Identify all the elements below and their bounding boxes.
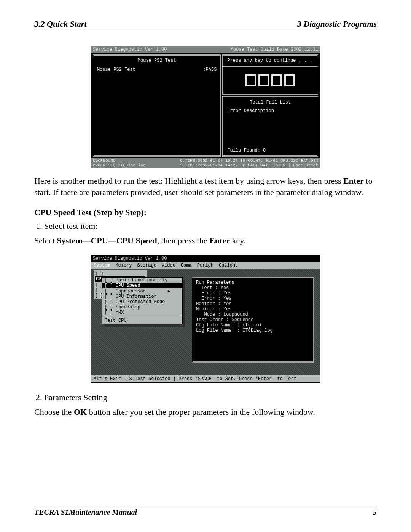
header-left: 3.2 Quick Start bbox=[34, 19, 87, 29]
rp-line-7: Mode : Loopbound bbox=[196, 312, 310, 317]
menu-system[interactable]: System bbox=[94, 263, 110, 268]
page-header: 3.2 Quick Start 3 Diagnostic Programs bbox=[34, 19, 377, 30]
press-key-dialog[interactable]: Press any key to continue . . . bbox=[222, 54, 318, 67]
panel-title: Mouse PS2 Test bbox=[97, 58, 217, 63]
screenshot-mouse-test: Service Diagnostic Ver 1.00 Mouse Test B… bbox=[91, 46, 320, 168]
header-right: 3 Diagnostic Programs bbox=[297, 19, 377, 29]
shot1-title-left: Service Diagnostic Ver 1.00 bbox=[93, 47, 167, 52]
submenu-mmx[interactable]: [ ] MMX bbox=[102, 310, 182, 315]
rp-line-11: Log File Name: : ITCDiag.log bbox=[196, 328, 310, 333]
pass-graphic-panel bbox=[222, 66, 318, 95]
fail-list-panel: Total Fail List Error Description Fails … bbox=[222, 96, 318, 157]
submenu-hint: Test CPU bbox=[102, 317, 182, 324]
screenshot-cpu-menu: Service Diagnostic Ver 1.00 System Memor… bbox=[91, 255, 320, 383]
menubar[interactable]: System Memory Storage Video Comm Periph … bbox=[91, 262, 320, 269]
paragraph-method: Here is another method to run the test: … bbox=[34, 175, 377, 198]
page-footer: TECRA S1Maintenance Manual 5 bbox=[34, 506, 377, 517]
dialog-message: Press any key to continue . . . bbox=[227, 58, 312, 63]
submenu-basic-func[interactable]: [ ] Basic Functionality bbox=[102, 278, 182, 283]
cpu-speed-title: CPU Speed Test (Step by Step): bbox=[34, 208, 377, 217]
test-name: Mouse PS2 Test bbox=[97, 67, 135, 72]
rp-line-5: Monitor : Yes bbox=[196, 307, 310, 312]
submenu-coprocessor[interactable]: [ ] Coprocessor ▶ bbox=[102, 288, 182, 294]
menu-storage[interactable]: Storage bbox=[137, 263, 156, 268]
menu-video[interactable]: Video bbox=[162, 263, 175, 268]
fail-header: Error Description bbox=[227, 108, 313, 113]
status-order: ORDER:SEQ ITCDiag.log bbox=[93, 163, 146, 168]
select-instruction: Select System—CPU—CPU Speed, then press … bbox=[34, 235, 377, 246]
rp-line-4: Monitor : Yes bbox=[196, 301, 310, 307]
test-result: :PASS bbox=[203, 67, 217, 72]
fail-count: Fails Found: 0 bbox=[227, 148, 313, 153]
menu-memory[interactable]: Memory bbox=[115, 263, 132, 268]
shot1-titlebar: Service Diagnostic Ver 1.00 Mouse Test B… bbox=[91, 46, 320, 53]
status-loopbound: LOOPBOUND bbox=[93, 158, 115, 163]
shot2-title: Service Diagnostic Ver 1.00 bbox=[91, 255, 320, 262]
rp-line-1: Error : Yes bbox=[196, 291, 310, 296]
rp-line-10: Cfg File Name: : cfg.ini bbox=[196, 323, 310, 328]
status-stime: S.TIME:2002-01-04 19:27:30 HALT WAIT INT… bbox=[180, 163, 318, 168]
shot1-title-right: Mouse Test Build Date 2002.12.31 bbox=[231, 47, 318, 52]
menu-comm[interactable]: Comm bbox=[181, 263, 192, 268]
menu-periph[interactable]: Periph bbox=[197, 263, 213, 268]
ok-button-ref: OK bbox=[74, 407, 87, 417]
submenu-cpu-protected[interactable]: [ ] CPU Protected Mode bbox=[102, 299, 182, 305]
rp-line-2: Error : Yes bbox=[196, 296, 310, 301]
status-ctime: C.TIME:2002-01-04 19:27:38 COUNT: 01/01 … bbox=[180, 158, 318, 163]
test-result-panel: Mouse PS2 Test Mouse PS2 Test :PASS bbox=[93, 54, 221, 157]
step-2: Parameters Setting bbox=[44, 393, 377, 403]
rp-line-8: Test Order : Sequence bbox=[196, 317, 310, 323]
status-bar: LOOPBOUND C.TIME:2002-01-04 19:27:38 COU… bbox=[91, 158, 320, 168]
run-parameters-panel: Run Parameters Test : Yes Error : Yes Er… bbox=[192, 277, 314, 363]
rp-line-0: Test : Yes bbox=[196, 285, 310, 291]
cpu-submenu[interactable]: [ ] Basic Functionality [ ] CPU Speed [ … bbox=[102, 277, 183, 324]
footer-left: TECRA S1Maintenance Manual bbox=[34, 508, 137, 517]
menu-options[interactable]: Options bbox=[219, 263, 238, 268]
paragraph-ok: Choose the OK button after you set the p… bbox=[34, 406, 377, 418]
submenu-cpu-info[interactable]: [ ] CPU Information bbox=[102, 294, 182, 299]
footer-page-number: 5 bbox=[373, 508, 377, 517]
fail-title: Total Fail List bbox=[227, 100, 313, 105]
step-1: Select test item: bbox=[44, 221, 377, 231]
submenu-cpu-speed[interactable]: [ ] CPU Speed bbox=[102, 283, 182, 288]
arrow-right-icon: ▶ bbox=[168, 289, 170, 294]
enter-key: Enter bbox=[343, 176, 364, 185]
submenu-speedstep[interactable]: [ ] Speedstep bbox=[102, 305, 182, 310]
run-params-title: Run Parameters bbox=[196, 280, 310, 285]
pass-glyph bbox=[245, 74, 295, 86]
help-bar: Alt-X Exit F8 Test Selected | Press 'SPA… bbox=[91, 375, 320, 382]
